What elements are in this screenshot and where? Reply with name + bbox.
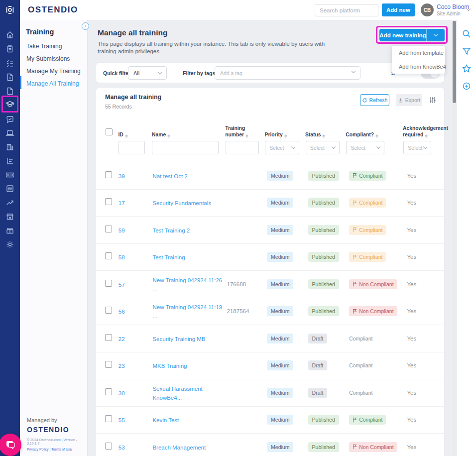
acknowledgement-filter-select[interactable]: Select — [403, 141, 431, 154]
sort-icon[interactable] — [425, 134, 428, 138]
row-checkbox[interactable] — [105, 443, 112, 450]
training-graduation-cap-icon[interactable] — [5, 100, 14, 109]
training-number-filter-input[interactable] — [226, 141, 259, 154]
user-role: Site Admin — [437, 11, 461, 16]
select-all-checkbox[interactable] — [106, 128, 113, 135]
terms-of-use-link[interactable]: Terms of Use — [51, 448, 72, 451]
row-checkbox[interactable] — [105, 334, 112, 341]
row-id-link[interactable]: 58 — [119, 254, 125, 260]
add-new-button[interactable]: Add new — [382, 3, 415, 16]
row-id-link[interactable]: 59 — [119, 228, 125, 233]
sort-icon[interactable] — [167, 134, 170, 138]
add-new-training-caret[interactable] — [426, 29, 445, 41]
name-filter-input[interactable] — [152, 141, 219, 154]
column-settings-sliders-icon[interactable] — [429, 96, 437, 104]
id-filter-input[interactable] — [119, 141, 145, 154]
row-name-link[interactable]: New Training 042924 11:26 ... — [152, 277, 222, 292]
sort-icon[interactable] — [322, 134, 325, 138]
sidebar-item-take-training[interactable]: Take Training — [26, 43, 62, 50]
trending-icon[interactable] — [5, 198, 14, 207]
row-name-link[interactable]: Sexual Harassment KnowBe4... — [152, 386, 202, 401]
row-id-link[interactable]: 30 — [119, 390, 125, 396]
table-row: 53 Breach Management Medium Published No… — [96, 434, 445, 456]
add-new-training-label[interactable]: Add new training — [379, 29, 426, 41]
filter-funnel-icon[interactable] — [462, 46, 472, 56]
org-report-icon[interactable] — [5, 156, 14, 165]
row-id-link[interactable]: 39 — [119, 173, 125, 179]
search-icon[interactable] — [462, 29, 472, 39]
wiki-icon[interactable] — [5, 184, 14, 193]
sort-icon[interactable] — [375, 134, 378, 138]
row-name-link[interactable]: Breach Management — [152, 445, 206, 451]
ostendio-logo-icon[interactable] — [0, 0, 20, 20]
row-name-link[interactable]: Nat test Oct 2 — [152, 173, 187, 179]
search-input[interactable] — [315, 4, 378, 16]
favorites-star-icon[interactable] — [462, 64, 472, 74]
row-id-link[interactable]: 23 — [119, 363, 125, 369]
document-icon[interactable] — [5, 87, 14, 96]
status-filter-select[interactable]: Select — [306, 141, 340, 154]
subnav-footer: Managed by OSTENDIO © 2024 Ostendio.com … — [27, 417, 87, 451]
ticket-icon[interactable] — [5, 170, 14, 179]
scrollbar-thumb[interactable] — [453, 21, 456, 103]
row-checkbox[interactable] — [105, 171, 112, 178]
sort-icon[interactable] — [284, 134, 287, 138]
row-checkbox[interactable] — [105, 198, 112, 205]
row-name-link[interactable]: Security Fundamentals — [152, 200, 211, 206]
marketplace-store-icon[interactable] — [5, 212, 14, 221]
priority-filter-select[interactable]: Select — [265, 141, 299, 154]
row-name-link[interactable]: MKB Training — [152, 363, 187, 369]
company-building-icon[interactable] — [5, 142, 14, 151]
row-name-link[interactable]: Test Training 2 — [152, 228, 190, 233]
rewards-gift-icon[interactable] — [5, 226, 14, 235]
row-checkbox[interactable] — [105, 280, 112, 287]
user-name[interactable]: Coco Bloom — [437, 3, 469, 10]
row-id-link[interactable]: 56 — [119, 309, 125, 315]
export-button[interactable]: Export — [396, 94, 422, 106]
row-id-link[interactable]: 22 — [119, 336, 125, 342]
sidebar-item-manage-all-training[interactable]: Manage All Training — [26, 80, 79, 87]
row-name-link[interactable]: Kevin Test — [152, 417, 179, 423]
tasks-clipboard-icon[interactable] — [5, 44, 14, 53]
row-id-link[interactable]: 53 — [119, 445, 125, 451]
document-add-icon[interactable] — [5, 73, 14, 82]
row-id-link[interactable]: 55 — [119, 417, 125, 423]
sidebar-item-my-submissions[interactable]: My Submissions — [26, 55, 70, 62]
add-circle-icon[interactable] — [462, 81, 472, 91]
sort-icon[interactable] — [125, 134, 128, 138]
collapse-sidebar-icon[interactable]: ‹ — [82, 22, 89, 30]
training-table-card: Manage all training 55 Records Refresh E… — [96, 87, 445, 456]
row-id-link[interactable]: 57 — [119, 282, 125, 288]
avatar[interactable]: CB — [421, 3, 434, 16]
row-checkbox[interactable] — [105, 307, 112, 314]
priority-badge: Medium — [267, 334, 293, 343]
row-name-link[interactable]: Test Training — [152, 254, 185, 260]
message-check-icon[interactable] — [5, 115, 14, 124]
quick-filters-select[interactable]: All — [128, 66, 167, 80]
row-checkbox[interactable] — [105, 361, 112, 368]
compliant-filter-select[interactable]: Select — [346, 141, 384, 154]
tag-filter-input[interactable] — [215, 66, 360, 80]
compliant-badge: Non Compliant — [349, 306, 397, 316]
left-nav-rail — [0, 0, 20, 456]
row-id-link[interactable]: 17 — [119, 200, 125, 206]
row-name-link[interactable]: New Training 042924 11:19 ... — [152, 304, 222, 319]
chat-widget-button[interactable] — [0, 434, 21, 456]
row-checkbox[interactable] — [105, 415, 112, 422]
add-new-training-button[interactable]: Add new training — [379, 29, 445, 41]
refresh-button[interactable]: Refresh — [360, 94, 389, 106]
checklist-icon[interactable] — [5, 59, 14, 68]
devices-laptop-icon[interactable] — [5, 128, 14, 137]
menu-item-add-from-template[interactable]: Add from template — [392, 46, 445, 60]
row-checkbox[interactable] — [105, 252, 112, 259]
sort-icon[interactable] — [245, 134, 248, 138]
settings-gear-icon[interactable] — [5, 240, 14, 249]
row-ack: Yes — [407, 254, 445, 260]
sidebar-item-manage-my-training[interactable]: Manage My Training — [26, 68, 81, 75]
row-checkbox[interactable] — [105, 226, 112, 232]
privacy-policy-link[interactable]: Privacy Policy — [27, 448, 49, 451]
row-name-link[interactable]: Security Training MB — [152, 336, 205, 342]
menu-item-add-from-knowbe4[interactable]: Add from KnowBe4 — [392, 60, 445, 74]
row-checkbox[interactable] — [105, 388, 112, 395]
home-icon[interactable] — [5, 30, 14, 39]
